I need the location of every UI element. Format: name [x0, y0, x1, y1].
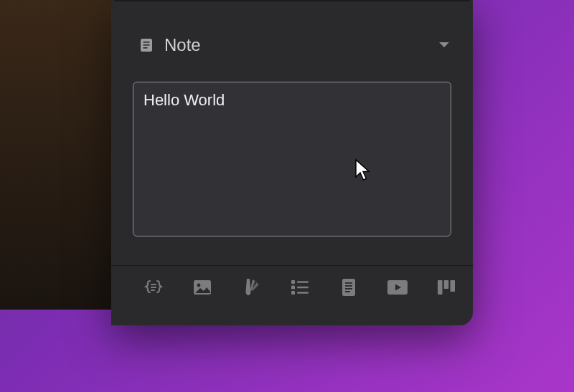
json-icon[interactable] [143, 277, 164, 298]
document-icon[interactable] [338, 277, 359, 298]
list-icon[interactable] [289, 277, 311, 298]
kanban-icon[interactable] [436, 277, 457, 298]
svg-rect-1 [144, 42, 150, 43]
svg-rect-10 [297, 281, 309, 283]
note-section-label: Note [164, 35, 437, 55]
color-picker-icon[interactable] [240, 277, 262, 298]
image-icon[interactable] [192, 277, 213, 298]
svg-rect-18 [345, 288, 352, 290]
svg-rect-22 [444, 280, 449, 289]
collapse-icon[interactable] [437, 38, 451, 52]
svg-rect-11 [291, 286, 295, 290]
section-divider-top [114, 0, 470, 1]
note-section-header[interactable]: Note [111, 29, 473, 59]
video-icon[interactable] [387, 277, 408, 298]
svg-rect-13 [291, 291, 295, 295]
note-icon [137, 36, 156, 54]
svg-rect-21 [438, 280, 443, 295]
svg-rect-3 [144, 47, 148, 49]
svg-point-8 [197, 284, 201, 287]
svg-rect-12 [297, 287, 309, 289]
svg-rect-15 [342, 279, 355, 296]
desktop-background-fragment [0, 0, 111, 310]
svg-rect-2 [144, 44, 150, 46]
svg-rect-16 [345, 282, 352, 284]
svg-rect-14 [297, 292, 309, 294]
svg-rect-17 [345, 285, 352, 287]
svg-rect-9 [291, 280, 295, 284]
svg-rect-19 [345, 291, 350, 292]
svg-rect-23 [451, 280, 456, 292]
note-input[interactable] [133, 82, 451, 236]
sidebar-panel: Note [111, 0, 473, 325]
bottom-toolbar [111, 266, 473, 309]
